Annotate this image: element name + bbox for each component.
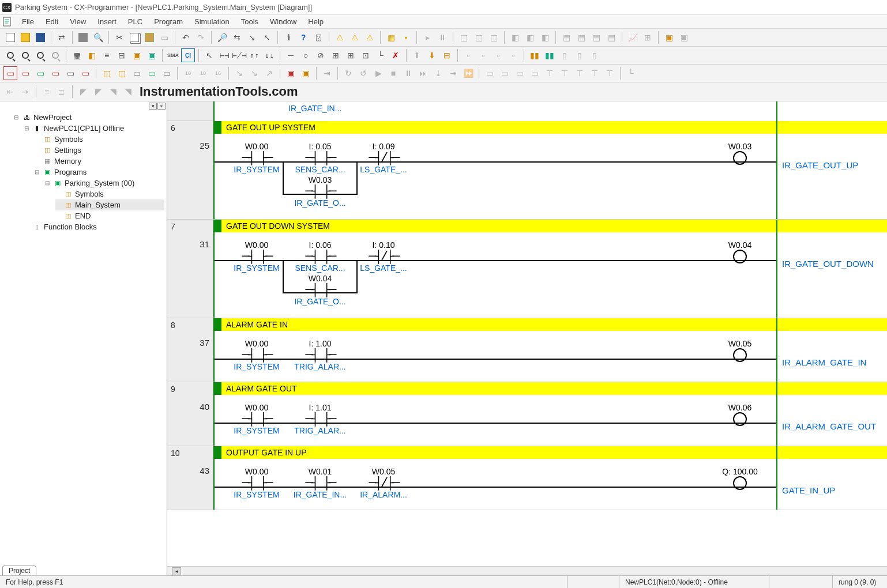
new-button[interactable] [3,31,17,44]
m2-button[interactable]: ▫ [476,48,490,62]
coil[interactable]: W0.05 [708,339,772,362]
chart-button[interactable]: 📈 [626,31,640,44]
warn1-button[interactable]: ⚠ [333,31,347,44]
xref2-button[interactable]: ≡ [100,48,114,62]
rung-row[interactable]: 9 40ALARM GATE OUT W0.00 ─┤ ├─ IR_SYSTEM… [167,382,887,446]
tri4-button[interactable]: ◥ [121,85,135,99]
contact[interactable]: W0.00 ─┤ ├─ IR_SYSTEM [225,240,288,273]
io3-button[interactable]: ▯ [558,48,572,62]
rung-row[interactable]: 10 43OUTPUT GATE IN UP W0.00 ─┤ ├─ IR_SY… [167,446,887,510]
line2-button[interactable]: ≣ [55,85,69,99]
rung-row[interactable]: 7 31GATE OUT DOWN SYSTEM W0.00 ─┤ ├─ IR_… [167,220,887,318]
line1-button[interactable]: ≡ [40,85,54,99]
xref3-button[interactable]: ⊟ [115,48,129,62]
mem2-button[interactable]: ▤ [574,31,588,44]
contact[interactable]: I: 1.00 ─┤ ├─ TRIG_ALAR... [288,339,352,371]
contact-no-button[interactable]: ⊢⊣ [217,48,231,62]
coil-nc-button[interactable]: ⊘ [314,48,328,62]
p1-button[interactable]: ▭ [3,66,17,80]
t8-button[interactable]: ⊤ [588,66,602,80]
func-button[interactable]: ⊞ [329,48,343,62]
xref5-button[interactable]: ▣ [145,48,159,62]
io1-button[interactable]: ▮▮ [528,48,542,62]
mem3-button[interactable]: ▤ [589,31,603,44]
print-button[interactable] [76,31,90,44]
mem1-button[interactable]: ▤ [559,31,573,44]
compare-button[interactable]: ⇄ [55,31,69,44]
t4-button[interactable]: ▭ [528,66,542,80]
del-line-button[interactable]: ✗ [389,48,403,62]
io2-button[interactable]: ▮▮ [543,48,557,62]
open-button[interactable] [18,31,32,44]
t5-button[interactable]: ⊤ [543,66,557,80]
branch-contact[interactable]: W0.03 ─┤ ├─ IR_GATE_O... [288,175,352,208]
contact[interactable]: I: 0.09 ─┤/├─ LS_GATE_... [352,142,415,174]
dbga-button[interactable]: ↻ [341,66,355,80]
select-tool-button[interactable]: ↖ [202,48,216,62]
tri1-button[interactable]: ◤ [76,85,90,99]
upload-button[interactable]: ⬆ [410,48,424,62]
p5-button[interactable]: ▭ [63,66,77,80]
contact[interactable]: W0.00 ─┤ ├─ IR_SYSTEM [225,467,288,499]
dbgb-button[interactable]: ↺ [356,66,370,80]
next-button[interactable]: ⏭ [416,66,430,80]
angle-button[interactable]: └ [374,48,388,62]
cut-button[interactable]: ✂ [112,31,126,44]
tree-settings[interactable]: ◫Settings [35,145,164,156]
find-button[interactable]: 🔎 [215,31,229,44]
stop-button[interactable]: ■ [386,66,400,80]
contact[interactable]: W0.00 ─┤ ├─ IR_SYSTEM [225,403,288,435]
a3-button[interactable]: ↗ [262,66,276,80]
tree-section-end[interactable]: ◫END [55,210,164,221]
menu-window[interactable]: Window [264,16,302,28]
g2-button[interactable]: ◫ [115,66,129,80]
compare2-button[interactable]: ⊟ [440,48,454,62]
hline-button[interactable]: ─ [284,48,298,62]
mem4-button[interactable]: ▤ [604,31,618,44]
contact[interactable]: W0.00 ─┤ ├─ IR_SYSTEM [225,142,288,174]
t7-button[interactable]: ⊤ [573,66,587,80]
r10b-button[interactable]: 10 [196,66,210,80]
contact-nc-button[interactable]: ⊬⊣ [232,48,246,62]
contact-fall-button[interactable]: ↓↓ [262,48,276,62]
online-button[interactable]: ▦ [384,31,398,44]
tri2-button[interactable]: ◤ [91,85,105,99]
sma-button[interactable]: SMA [166,48,180,62]
m3-button[interactable]: ▫ [491,48,505,62]
p2-button[interactable]: ▭ [18,66,32,80]
coil[interactable]: Q: 100.00 [708,467,772,490]
find-next-button[interactable]: ↘ [245,31,259,44]
menu-tools[interactable]: Tools [235,16,264,28]
p3-button[interactable]: ▭ [33,66,47,80]
help-button[interactable]: ? [296,31,310,44]
p6-button[interactable]: ▭ [78,66,92,80]
r16-button[interactable]: 16 [211,66,225,80]
menu-program[interactable]: Program [148,16,189,28]
step3-button[interactable]: ◫ [487,31,501,44]
warn2-button[interactable]: ⚠ [348,31,362,44]
sim1-button[interactable]: ▣ [284,66,298,80]
contact[interactable]: I: 0.10 ─┤/├─ LS_GATE_... [352,240,415,273]
sidebar-tab-project[interactable]: Project [2,566,36,575]
undo-button[interactable]: ↶ [179,31,193,44]
play-button[interactable]: ▶ [371,66,385,80]
forward-button[interactable]: ⇥ [446,66,460,80]
zoom-reset-button[interactable] [48,48,62,62]
find-prev-button[interactable]: ↖ [260,31,274,44]
paste-button[interactable] [142,31,156,44]
coil[interactable]: W0.03 [708,142,772,165]
menu-plc[interactable]: PLC [122,16,148,28]
contact[interactable]: I: 1.01 ─┤ ├─ TRIG_ALAR... [288,403,352,435]
coil[interactable]: W0.06 [708,403,772,426]
tri3-button[interactable]: ◥ [106,85,120,99]
g5-button[interactable]: ▭ [160,66,174,80]
xref4-button[interactable]: ▣ [130,48,144,62]
tree-program[interactable]: ▣Parking_System (00) [45,178,164,189]
contact[interactable]: W0.00 ─┤ ├─ IR_SYSTEM [225,339,288,371]
editor-hscroll[interactable]: ◂ [167,566,887,575]
pause-button[interactable]: ⏸ [435,31,449,44]
dbg1-button[interactable]: ◧ [508,31,522,44]
zoom-tofit-button[interactable] [3,48,17,62]
context-help-button[interactable]: ⍰ [311,31,325,44]
tree-plc[interactable]: ▮ NewPLC1[CP1L] Offline [24,123,164,134]
